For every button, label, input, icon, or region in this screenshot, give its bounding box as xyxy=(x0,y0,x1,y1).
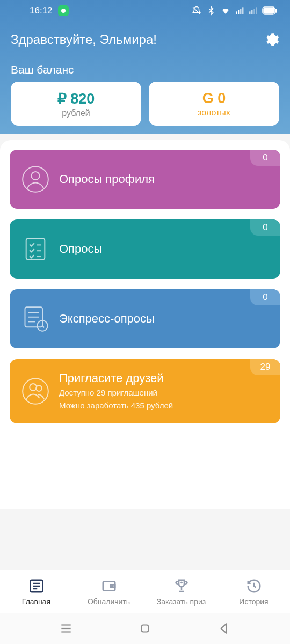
home-icon[interactable] xyxy=(138,621,152,635)
mute-icon xyxy=(192,6,201,16)
rubles-sublabel: рублей xyxy=(16,108,136,118)
svg-rect-15 xyxy=(26,239,45,260)
checklist-clock-icon xyxy=(21,305,49,333)
surveys-card[interactable]: Опросы 0 xyxy=(10,219,280,279)
nav-label: История xyxy=(239,597,268,606)
badge-count: 0 xyxy=(250,150,280,166)
people-icon xyxy=(21,377,49,405)
status-time: 16:12 xyxy=(30,5,53,16)
checklist-icon xyxy=(21,235,49,263)
wifi-icon xyxy=(221,6,230,16)
card-title: Пригласите друзей xyxy=(59,371,270,385)
gold-sublabel: золотых xyxy=(154,108,274,118)
content-panel: Опросы профиля 0 Опросы 0 Экспресс-опрос… xyxy=(0,140,290,509)
trophy-icon xyxy=(173,578,190,594)
settings-icon[interactable] xyxy=(264,32,279,47)
svg-point-33 xyxy=(112,585,113,587)
nav-label: Обналичить xyxy=(88,597,130,606)
nav-label: Главная xyxy=(22,597,50,606)
card-subtitle-1: Доступно 29 приглашений xyxy=(59,387,270,398)
svg-rect-4 xyxy=(240,9,241,14)
nav-label: Заказать приз xyxy=(157,597,206,606)
nav-history[interactable]: История xyxy=(218,570,290,613)
status-bar: 16:12 xyxy=(0,0,290,21)
recent-apps-icon[interactable] xyxy=(59,621,73,635)
bottom-nav: Главная Обналичить Заказать приз История xyxy=(0,570,290,613)
signal2-icon xyxy=(249,6,257,15)
svg-rect-11 xyxy=(264,8,274,13)
history-icon xyxy=(246,578,262,594)
profile-surveys-card[interactable]: Опросы профиля 0 xyxy=(10,150,280,209)
person-icon xyxy=(21,165,49,193)
home-list-icon xyxy=(28,578,45,594)
svg-point-14 xyxy=(31,172,39,180)
svg-rect-3 xyxy=(238,10,239,14)
card-subtitle-2: Можно заработать 435 рублей xyxy=(59,400,270,411)
nav-cashout[interactable]: Обналичить xyxy=(73,570,145,613)
svg-rect-2 xyxy=(236,11,237,14)
bluetooth-icon xyxy=(206,6,216,16)
gold-card[interactable]: G 0 золотых xyxy=(149,82,279,126)
svg-point-13 xyxy=(23,166,48,192)
balance-label: Ваш баланс xyxy=(11,63,279,76)
svg-rect-6 xyxy=(249,11,250,14)
gold-amount: G 0 xyxy=(154,90,274,107)
svg-point-25 xyxy=(30,384,37,391)
svg-rect-8 xyxy=(253,9,255,14)
badge-count: 0 xyxy=(250,219,280,236)
nav-home[interactable]: Главная xyxy=(0,570,73,613)
invite-friends-card[interactable]: Пригласите друзей Доступно 29 приглашени… xyxy=(10,359,280,423)
svg-rect-5 xyxy=(242,7,243,14)
back-icon[interactable] xyxy=(217,621,231,635)
nav-prize[interactable]: Заказать приз xyxy=(145,570,218,613)
greeting-text: Здравствуйте, Эльмира! xyxy=(11,32,157,47)
status-app-icon xyxy=(58,5,69,16)
badge-count: 0 xyxy=(250,289,280,305)
svg-rect-39 xyxy=(141,625,148,632)
rubles-amount: ₽ 820 xyxy=(16,90,136,107)
card-title: Опросы профиля xyxy=(59,172,270,186)
card-title: Опросы xyxy=(59,242,270,256)
status-indicators xyxy=(192,6,277,16)
svg-rect-9 xyxy=(256,7,257,14)
header: Здравствуйте, Эльмира! Ваш баланс ₽ 820 … xyxy=(0,21,290,134)
card-title: Экспресс-опросы xyxy=(59,312,270,326)
express-surveys-card[interactable]: Экспресс-опросы 0 xyxy=(10,289,280,348)
system-nav xyxy=(0,613,290,644)
battery-icon xyxy=(262,6,277,15)
svg-rect-7 xyxy=(251,10,252,14)
rubles-card[interactable]: ₽ 820 рублей xyxy=(11,82,141,126)
wallet-icon xyxy=(101,578,117,594)
badge-count: 29 xyxy=(250,359,280,375)
svg-point-0 xyxy=(61,9,66,13)
svg-rect-12 xyxy=(276,9,277,12)
signal-icon xyxy=(235,6,244,15)
